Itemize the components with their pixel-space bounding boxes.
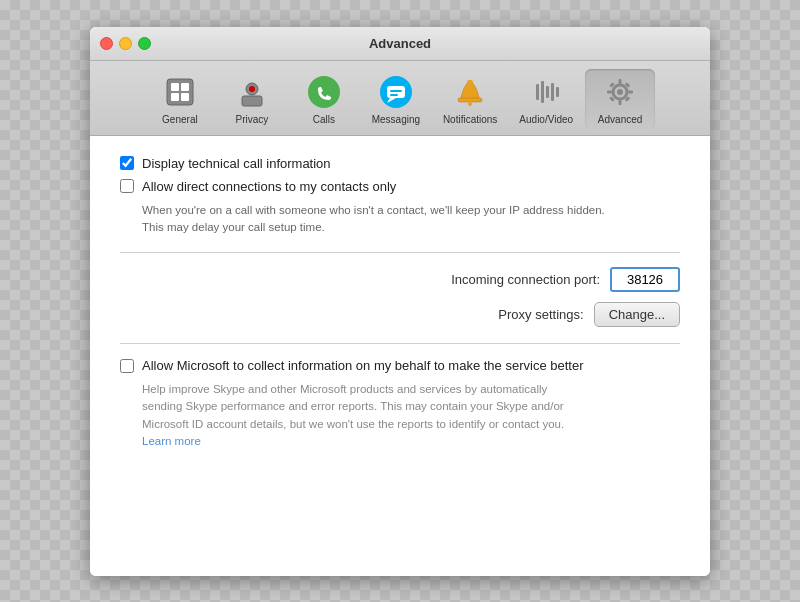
proxy-row: Proxy settings: Change...: [120, 302, 680, 327]
microsoft-section: Allow Microsoft to collect information o…: [120, 358, 680, 450]
port-row: Incoming connection port:: [120, 267, 680, 292]
svg-rect-21: [551, 83, 554, 101]
tab-notifications-label: Notifications: [443, 114, 497, 125]
svg-rect-12: [390, 90, 402, 92]
svg-marker-14: [460, 82, 480, 100]
main-window: Advanced General: [90, 27, 710, 576]
svg-point-17: [468, 102, 472, 106]
toolbar: General Privacy Calls: [90, 61, 710, 136]
tab-messaging[interactable]: Messaging: [361, 69, 431, 129]
direct-connections-row: Allow direct connections to my contacts …: [120, 179, 680, 194]
svg-rect-0: [167, 79, 193, 105]
svg-rect-27: [607, 90, 612, 93]
learn-more-link[interactable]: Learn more: [142, 435, 201, 447]
port-label: Incoming connection port:: [451, 272, 600, 287]
tab-advanced[interactable]: Advanced: [585, 69, 655, 129]
svg-rect-3: [171, 93, 179, 101]
close-button[interactable]: [100, 37, 113, 50]
svg-rect-15: [458, 98, 482, 102]
tab-calls[interactable]: Calls: [289, 69, 359, 129]
tab-advanced-label: Advanced: [598, 114, 642, 125]
svg-rect-25: [619, 79, 622, 84]
proxy-label: Proxy settings:: [498, 307, 583, 322]
svg-rect-28: [628, 90, 633, 93]
tab-privacy-label: Privacy: [235, 114, 268, 125]
connection-settings-section: Incoming connection port: Proxy settings…: [120, 267, 680, 327]
minimize-button[interactable]: [119, 37, 132, 50]
microsoft-collect-label[interactable]: Allow Microsoft to collect information o…: [142, 358, 583, 373]
audio-video-icon: [527, 73, 565, 111]
advanced-icon: [601, 73, 639, 111]
window-title: Advanced: [369, 36, 431, 51]
calls-icon: [305, 73, 343, 111]
maximize-button[interactable]: [138, 37, 151, 50]
svg-rect-22: [556, 87, 559, 97]
general-icon: [161, 73, 199, 111]
svg-rect-19: [541, 81, 544, 103]
svg-rect-26: [619, 100, 622, 105]
display-tech-info-label[interactable]: Display technical call information: [142, 156, 331, 171]
microsoft-description: Help improve Skype and other Microsoft p…: [142, 381, 680, 450]
display-tech-info-checkbox[interactable]: [120, 156, 134, 170]
change-button[interactable]: Change...: [594, 302, 680, 327]
tab-privacy[interactable]: Privacy: [217, 69, 287, 129]
svg-rect-18: [536, 84, 539, 100]
tab-audio-video-label: Audio/Video: [519, 114, 573, 125]
svg-rect-7: [242, 96, 262, 106]
tab-audio-video[interactable]: Audio/Video: [509, 69, 583, 129]
svg-rect-13: [390, 94, 398, 96]
svg-point-6: [249, 86, 255, 92]
svg-rect-1: [171, 83, 179, 91]
direct-connections-label[interactable]: Allow direct connections to my contacts …: [142, 179, 396, 194]
titlebar: Advanced: [90, 27, 710, 61]
divider-2: [120, 343, 680, 344]
window-controls: [100, 37, 151, 50]
tab-general-label: General: [162, 114, 198, 125]
tab-calls-label: Calls: [313, 114, 335, 125]
port-input[interactable]: [610, 267, 680, 292]
svg-point-24: [617, 89, 623, 95]
svg-rect-16: [467, 80, 473, 84]
svg-rect-2: [181, 83, 189, 91]
direct-connections-checkbox[interactable]: [120, 179, 134, 193]
svg-rect-4: [181, 93, 189, 101]
tab-notifications[interactable]: Notifications: [433, 69, 507, 129]
content-area: Display technical call information Allow…: [90, 136, 710, 576]
divider-1: [120, 252, 680, 253]
svg-rect-20: [546, 86, 549, 98]
privacy-icon: [233, 73, 271, 111]
microsoft-collect-checkbox[interactable]: [120, 359, 134, 373]
messaging-icon: [377, 73, 415, 111]
tab-messaging-label: Messaging: [372, 114, 420, 125]
microsoft-collect-row: Allow Microsoft to collect information o…: [120, 358, 680, 373]
direct-connections-description: When you're on a call with someone who i…: [142, 202, 680, 237]
display-tech-info-row: Display technical call information: [120, 156, 680, 171]
call-settings-section: Display technical call information Allow…: [120, 156, 680, 237]
tab-general[interactable]: General: [145, 69, 215, 129]
svg-point-8: [308, 76, 340, 108]
notifications-icon: [451, 73, 489, 111]
